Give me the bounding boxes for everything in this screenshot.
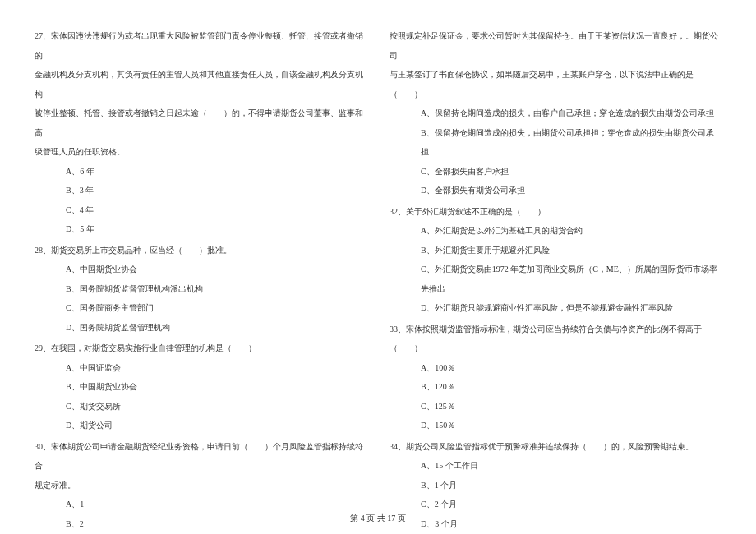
q32-options: A、外汇期货是以外汇为基础工具的期货合约 B、外汇期货主要用于规避外汇风险 C、…: [390, 221, 721, 318]
q27-option-d: D、5 年: [66, 219, 366, 239]
right-column: 按照规定补足保证金，要求公司暂时为其保留持仓。由于王某资信状况一直良好，。期货公…: [378, 25, 733, 509]
q28-option-a: A、中国期货业协会: [66, 260, 366, 279]
q28-option-d: D、国务院期货监督管理机构: [66, 318, 366, 338]
q30-option-a: A、1: [66, 495, 366, 514]
question-28: 28、期货交易所上市交易品种，应当经（ ）批准。 A、中国期货业协会 B、国务院…: [35, 241, 366, 338]
q33-option-a: A、100％: [421, 358, 721, 378]
q31c-line1: 按照规定补足保证金，要求公司暂时为其保留持仓。由于王某资信状况一直良好，。期货公…: [390, 26, 721, 65]
q34-option-d: D、3 个月: [421, 514, 721, 534]
q32-option-a: A、外汇期货是以外汇为基础工具的期货合约: [421, 221, 721, 241]
q30-options: A、1 B、2 C、3 D、6: [35, 495, 366, 534]
q27-line1: 27、宋体因违法违规行为或者出现重大风险被监管部门责令停业整顿、托管、接管或者撤…: [35, 26, 366, 65]
q27-line4: 级管理人员的任职资格。: [35, 142, 366, 162]
q31-option-d: D、全部损失有期货公司承担: [421, 181, 721, 200]
question-33: 33、宋体按照期货监管指标标准，期货公司应当持续符合负债与净资产的比例不得高于（…: [390, 320, 721, 435]
q27-option-c: C、4 年: [66, 200, 366, 220]
q31c-options: A、保留持仓期间造成的损失，由客户自己承担；穿仓造成的损失由期货公司承担 B、保…: [390, 104, 721, 200]
q29-option-a: A、中国证监会: [66, 358, 366, 378]
q33-option-b: B、120％: [421, 377, 721, 397]
q33-option-c: C、125％: [421, 397, 721, 417]
q29-options: A、中国证监会 B、中国期货业协会 C、期货交易所 D、期货公司: [35, 358, 366, 435]
q27-option-a: A、6 年: [66, 162, 366, 182]
q31-option-c: C、全部损失由客户承担: [421, 162, 721, 182]
q30-option-b: B、2: [66, 514, 366, 534]
q29-option-d: D、期货公司: [66, 416, 366, 435]
question-31-cont: 按照规定补足保证金，要求公司暂时为其保留持仓。由于王某资信状况一直良好，。期货公…: [390, 26, 721, 200]
q31-option-a: A、保留持仓期间造成的损失，由客户自己承担；穿仓造成的损失由期货公司承担: [421, 104, 721, 123]
q31-option-b: B、保留持仓期间造成的损失，由期货公司承担担；穿仓造成的损失由期货公司承担: [421, 123, 721, 162]
q34-option-c: C、2 个月: [421, 495, 721, 514]
left-column: 27、宋体因违法违规行为或者出现重大风险被监管部门责令停业整顿、托管、接管或者撤…: [23, 25, 378, 509]
q30-line1: 30、宋体期货公司申请金融期货经纪业务资格，申请日前（ ）个月风险监管指标持续符…: [35, 437, 366, 476]
q29-option-c: C、期货交易所: [66, 397, 366, 417]
q29-line1: 29、在我国，对期货交易实施行业自律管理的机构是（ ）: [35, 338, 366, 358]
q34-option-a: A、15 个工作日: [421, 456, 721, 476]
q28-options: A、中国期货业协会 B、国务院期货监督管理机构派出机构 C、国务院商务主管部门 …: [35, 260, 366, 337]
question-34: 34、期货公司风险监管指标优于预警标准并连续保持（ ）的，风险预警期结束。 A、…: [390, 437, 721, 534]
q28-line1: 28、期货交易所上市交易品种，应当经（ ）批准。: [35, 241, 366, 260]
q32-option-d: D、外汇期货只能规避商业性汇率风险，但是不能规避金融性汇率风险: [421, 298, 721, 318]
q31c-line2: 与王某签订了书面保仓协议，如果随后交易中，王某账户穿仓，以下说法中正确的是（ ）: [390, 65, 721, 104]
q34-options: A、15 个工作日 B、1 个月 C、2 个月 D、3 个月: [390, 456, 721, 533]
q27-line3: 被停业整顿、托管、接管或者撤销之日起未逾（ ）的，不得申请期货公司董事、监事和高: [35, 104, 366, 142]
q28-option-b: B、国务院期货监督管理机构派出机构: [66, 279, 366, 299]
q27-options: A、6 年 B、3 年 C、4 年 D、5 年: [35, 162, 366, 239]
q33-line1: 33、宋体按照期货监管指标标准，期货公司应当持续符合负债与净资产的比例不得高于（…: [390, 320, 721, 358]
q34-option-b: B、1 个月: [421, 476, 721, 495]
question-27: 27、宋体因违法违规行为或者出现重大风险被监管部门责令停业整顿、托管、接管或者撤…: [35, 26, 366, 239]
q32-option-b: B、外汇期货主要用于规避外汇风险: [421, 241, 721, 260]
q29-option-b: B、中国期货业协会: [66, 377, 366, 397]
question-29: 29、在我国，对期货交易实施行业自律管理的机构是（ ） A、中国证监会 B、中国…: [35, 338, 366, 435]
q33-option-d: D、150％: [421, 416, 721, 435]
q32-option-c: C、外汇期货交易由1972 年芝加哥商业交易所（C，ME、）所属的国际货币市场率…: [421, 260, 721, 298]
question-32: 32、关于外汇期货叙述不正确的是（ ） A、外汇期货是以外汇为基础工具的期货合约…: [390, 202, 721, 318]
q27-option-b: B、3 年: [66, 181, 366, 200]
q28-option-c: C、国务院商务主管部门: [66, 298, 366, 318]
page-body: 27、宋体因违法违规行为或者出现重大风险被监管部门责令停业整顿、托管、接管或者撤…: [0, 0, 756, 509]
q30-line2: 规定标准。: [35, 476, 366, 495]
q33-options: A、100％ B、120％ C、125％ D、150％: [390, 358, 721, 435]
q34-line1: 34、期货公司风险监管指标优于预警标准并连续保持（ ）的，风险预警期结束。: [390, 437, 721, 457]
question-30: 30、宋体期货公司申请金融期货经纪业务资格，申请日前（ ）个月风险监管指标持续符…: [35, 437, 366, 535]
q27-line2: 金融机构及分支机构，其负有责任的主管人员和其他直接责任人员，自该金融机构及分支机…: [35, 65, 366, 104]
q32-line1: 32、关于外汇期货叙述不正确的是（ ）: [390, 202, 721, 222]
